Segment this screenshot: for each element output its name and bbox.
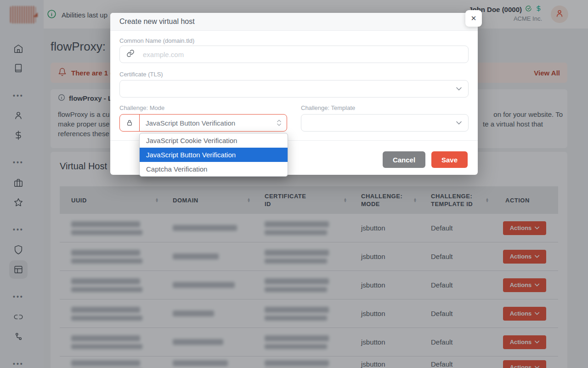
certificate-label: Certificate (TLS) — [119, 71, 163, 78]
dropdown-option[interactable]: JavaScript Button Verification — [140, 148, 288, 162]
challenge-template-select[interactable] — [301, 114, 469, 132]
lock-icon — [120, 115, 140, 131]
app-root: ••• ••• ••• ••• ••• — [0, 0, 588, 368]
certificate-select[interactable] — [119, 80, 469, 98]
chevron-down-icon — [456, 121, 462, 125]
common-name-input[interactable] — [142, 50, 468, 59]
challenge-template-label: Challenge: Template — [301, 104, 355, 111]
save-button[interactable]: Save — [431, 151, 468, 168]
link-chain-icon — [120, 49, 142, 59]
challenge-mode-dropdown: JavaScript Cookie Verification JavaScrip… — [139, 133, 288, 177]
challenge-mode-select[interactable]: JavaScript Button Verification — [119, 114, 287, 132]
modal-close-button[interactable]: ✕ — [465, 10, 482, 27]
challenge-mode-label: Challenge: Mode — [119, 104, 164, 111]
modal-header: Create new virtual host — [110, 13, 478, 31]
dropdown-option[interactable]: JavaScript Cookie Verification — [140, 133, 288, 148]
cancel-button[interactable]: Cancel — [383, 151, 425, 168]
modal-title: Create new virtual host — [119, 17, 195, 26]
common-name-label: Common Name (domain.tld) — [119, 37, 194, 44]
dropdown-option[interactable]: Captcha Verification — [140, 162, 288, 176]
challenge-mode-value: JavaScript Button Verification — [146, 119, 235, 127]
close-icon: ✕ — [471, 14, 477, 23]
common-name-field[interactable] — [119, 46, 469, 63]
stepper-icon — [277, 120, 281, 126]
chevron-down-icon — [456, 87, 462, 91]
